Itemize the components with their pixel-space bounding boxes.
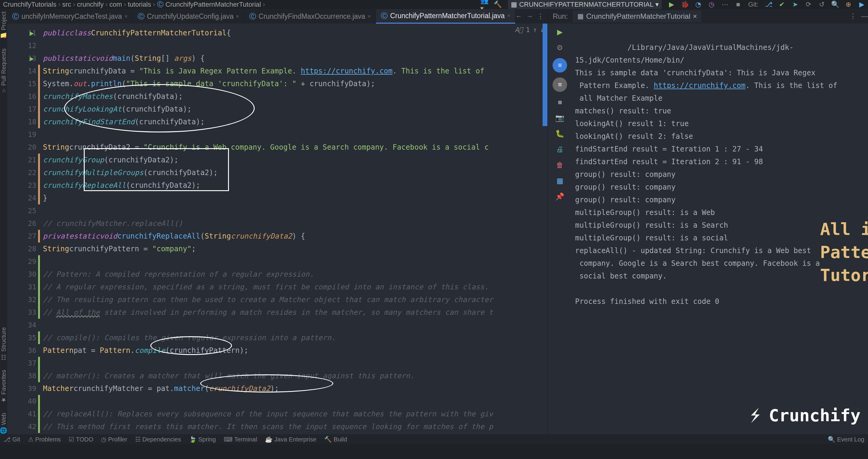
build-tool[interactable]: 🔨Build <box>324 436 347 443</box>
code-line[interactable]: // The resulting pattern can then be use… <box>40 293 548 306</box>
code-line[interactable] <box>40 39 548 52</box>
event-log[interactable]: 🔍Event Log <box>828 436 864 443</box>
problems-tool[interactable]: ⚠Problems <box>28 436 61 443</box>
java-ee-tool[interactable]: ☕Java Enterprise <box>265 436 316 443</box>
todo-tool[interactable]: ☑TODO <box>69 436 93 443</box>
close-icon[interactable]: × <box>124 13 128 20</box>
console-output[interactable]: /Library/Java/JavaVirtualMachines/jdk-15… <box>572 24 868 434</box>
line-number[interactable]: 34 <box>7 319 40 331</box>
line-number[interactable]: 31 <box>7 281 40 293</box>
close-icon[interactable]: × <box>236 13 239 20</box>
history-avatar-1[interactable]: ≡ <box>553 58 567 72</box>
line-number[interactable]: 30 <box>7 268 40 281</box>
code-line[interactable]: // A regular expression, specified as a … <box>40 281 548 293</box>
hammer-build-icon[interactable]: 🔨 <box>495 1 501 8</box>
code-line[interactable]: // crunchifyMatcher.replaceAll() <box>40 217 548 230</box>
git-push-icon[interactable]: ➤ <box>792 1 799 8</box>
line-number[interactable]: 39 <box>7 382 40 395</box>
editor-tab[interactable]: ⒸCrunchifyPatternMatcherTutorial.java× <box>376 9 515 24</box>
console-link[interactable]: https://crunchify.com <box>654 81 745 90</box>
line-number[interactable]: 35 <box>7 331 40 344</box>
pin-icon[interactable]: 📌 <box>554 191 565 202</box>
run-settings-icon[interactable]: ⚙ <box>554 42 565 53</box>
tab-list-icon[interactable]: ⋮ <box>537 13 544 20</box>
code-line[interactable]: public class CrunchifyPatternMatcherTuto… <box>40 27 548 39</box>
tab-next-icon[interactable]: → <box>526 13 533 20</box>
profile-icon[interactable]: ◷ <box>708 1 715 8</box>
line-number[interactable]: 41 <box>7 407 40 420</box>
code-line[interactable]: crunchifyGroup(crunchifyData2); <box>40 154 548 166</box>
line-number[interactable]: 26 <box>7 217 40 230</box>
close-icon[interactable]: × <box>693 12 697 21</box>
git-status[interactable]: ⎇Git <box>4 436 20 443</box>
breadcrumb-item[interactable]: src <box>62 1 71 8</box>
code-line[interactable]: String crunchifyData = "This is Java Reg… <box>40 65 548 78</box>
search-prev-icon[interactable]: ↑ <box>533 26 537 34</box>
profiler-tool[interactable]: ◷Profiler <box>101 436 127 443</box>
line-number[interactable]: 22 <box>7 166 40 179</box>
code-line[interactable]: // matcher(): Creates a matcher that wil… <box>40 369 548 382</box>
structure-tool[interactable]: ☷Structure <box>0 327 7 361</box>
breadcrumb-item[interactable]: crunchify <box>77 1 103 8</box>
code-line[interactable]: // replaceAll(): Replaces every subseque… <box>40 407 548 420</box>
git-history-icon[interactable]: ⟳ <box>805 1 812 8</box>
line-number[interactable]: 37 <box>7 357 40 369</box>
code-line[interactable]: crunchifyMatches(crunchifyData); <box>40 90 548 103</box>
line-number[interactable]: 21 <box>7 154 40 166</box>
search-result-indicator[interactable]: Aͣ 1 ↑ ↓ <box>515 26 544 34</box>
dependencies-tool[interactable]: ☷Dependencies <box>135 436 181 443</box>
line-number[interactable]: 13▶ <box>7 52 40 65</box>
code-line[interactable]: crunchifyLookingAt(crunchifyData); <box>40 103 548 116</box>
line-number[interactable]: 38 <box>7 369 40 382</box>
code-line[interactable]: crunchifyReplaceAll(crunchifyData2); <box>40 179 548 192</box>
code-line[interactable]: String crunchifyPattern = "company"; <box>40 243 548 255</box>
spring-tool[interactable]: 🍃Spring <box>189 436 216 443</box>
line-number[interactable]: 17 <box>7 103 40 116</box>
code-line[interactable]: // This method first resets this matcher… <box>40 420 548 433</box>
stop-icon[interactable]: ■ <box>554 97 565 108</box>
attach-icon[interactable]: ⋯ <box>722 1 728 8</box>
breadcrumb-item[interactable]: com <box>110 1 122 8</box>
run-config-selector[interactable]: ▦ CRUNCHIFYPATTERNMATCHERTUTORIAL ▾ <box>508 0 662 9</box>
editor-tab[interactable]: ⒸCrunchifyUpdateConfig.java× <box>133 9 244 24</box>
editor-tab[interactable]: ⒸCrunchifyFindMaxOccurrence.java× <box>244 9 376 24</box>
code-content[interactable]: Aͣ 1 ↑ ↓ public class CrunchifyPatternMa… <box>40 24 548 434</box>
screenshot-icon[interactable]: 📷 <box>554 113 565 123</box>
run-menu-icon[interactable]: ⋮ <box>849 13 856 20</box>
code-line[interactable] <box>40 255 548 268</box>
run-target-icon[interactable]: ▶ <box>858 1 865 8</box>
line-number[interactable]: 23 <box>7 179 40 192</box>
search-icon[interactable]: 🔍 <box>832 1 838 8</box>
line-number[interactable]: 25 <box>7 205 40 217</box>
line-number[interactable]: 14 <box>7 65 40 78</box>
web-tool[interactable]: 🌐Web <box>0 413 7 434</box>
coverage-icon[interactable]: ◔ <box>695 1 702 8</box>
line-number[interactable]: 40 <box>7 395 40 407</box>
line-number[interactable]: 18 <box>7 116 40 128</box>
line-number[interactable]: 42 <box>7 420 40 433</box>
run-debug-icon[interactable]: 🐛 <box>554 128 565 139</box>
stop-icon[interactable]: ■ <box>735 1 742 8</box>
code-line[interactable]: Matcher crunchifyMatcher = pat.matcher(c… <box>40 382 548 395</box>
line-number[interactable]: 28 <box>7 243 40 255</box>
breadcrumb-item[interactable]: CrunchifyPatternMatcherTutorial <box>165 1 261 8</box>
debug-icon[interactable]: 🐞 <box>682 1 688 8</box>
line-number[interactable]: 19 <box>7 128 40 141</box>
ide-settings-icon[interactable]: ⊕ <box>845 1 852 8</box>
user-icon[interactable]: 👥▾ <box>481 1 488 8</box>
git-revert-icon[interactable]: ↺ <box>818 1 825 8</box>
code-line[interactable]: public static void main(String[] args) { <box>40 52 548 65</box>
line-number[interactable]: 24 <box>7 192 40 205</box>
run-line-icon[interactable]: ▶ <box>30 29 34 37</box>
code-line[interactable]: System.out.println("This is sample data … <box>40 78 548 90</box>
code-line[interactable] <box>40 395 548 407</box>
line-number[interactable]: 15 <box>7 78 40 90</box>
code-line[interactable]: // Pattern: A compiled representation of… <box>40 268 548 281</box>
line-number[interactable]: 12 <box>7 39 40 52</box>
favorites-tool[interactable]: ★Favorites <box>0 370 7 404</box>
line-number[interactable]: 27 <box>7 230 40 243</box>
print-icon[interactable]: 🖨 <box>554 144 565 155</box>
code-line[interactable]: // All of the state involved in performi… <box>40 306 548 319</box>
code-line[interactable] <box>40 128 548 141</box>
pull-requests-tool[interactable]: ⑂Pull Requests <box>0 49 7 93</box>
